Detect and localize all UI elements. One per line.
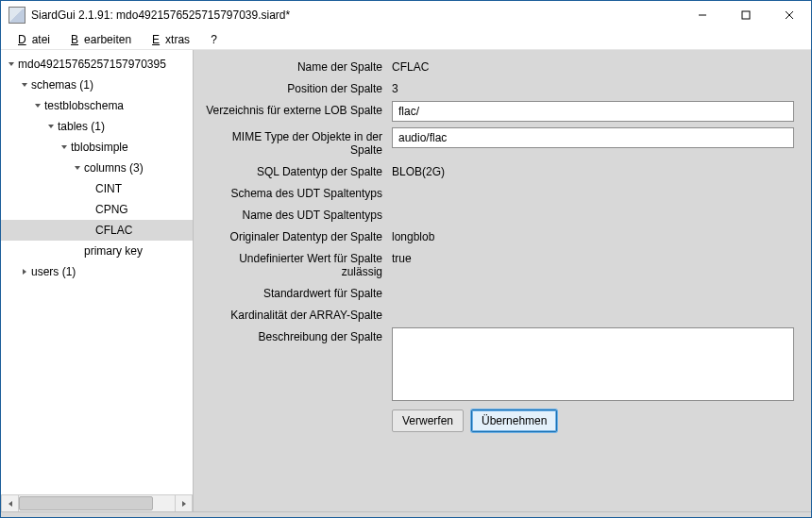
tree-node-col-cint[interactable]: CINT: [1, 178, 193, 199]
menu-edit[interactable]: Bearbeiten: [65, 31, 143, 48]
maximize-button[interactable]: [724, 1, 768, 29]
caret-down-icon: [46, 123, 56, 130]
value-origtype: longblob: [392, 227, 794, 243]
label-col-position: Position der Spalte: [197, 79, 392, 95]
caret-down-icon: [73, 164, 82, 172]
label-description: Beschreibung der Spalte: [197, 327, 392, 343]
value-col-position: 3: [392, 79, 794, 95]
tree-node-users[interactable]: users (1): [1, 261, 193, 282]
horizontal-scrollbar[interactable]: [1, 494, 193, 511]
apply-button[interactable]: Übernehmen: [471, 409, 557, 432]
label-nullable: Undefinierter Wert für Spalte zulässig: [197, 249, 392, 278]
tree[interactable]: mdo49215765257157970395 schemas (1) test…: [1, 50, 193, 494]
menu-extras[interactable]: Extras: [146, 31, 201, 48]
minimize-button[interactable]: [681, 1, 724, 29]
input-mime[interactable]: [392, 127, 794, 148]
label-udt-name: Name des UDT Spaltentyps: [197, 206, 392, 222]
value-udt-schema: [392, 184, 794, 187]
tree-node-tables[interactable]: tables (1): [1, 116, 193, 137]
value-cardinality: [392, 306, 794, 309]
label-default: Standardwert für Spalte: [197, 284, 392, 300]
label-cardinality: Kardinalität der ARRAY-Spalte: [197, 306, 392, 322]
caret-down-icon: [33, 102, 42, 109]
caret-down-icon: [7, 60, 16, 68]
scroll-track[interactable]: [19, 495, 175, 511]
tree-node-columns[interactable]: columns (3): [1, 158, 193, 178]
client-area: mdo49215765257157970395 schemas (1) test…: [1, 50, 811, 511]
menu-help[interactable]: ?: [205, 31, 223, 48]
discard-button[interactable]: Verwerfen: [392, 409, 464, 432]
menu-file[interactable]: Datei: [12, 31, 61, 48]
close-button[interactable]: [768, 1, 811, 29]
value-col-name: CFLAC: [392, 58, 794, 74]
value-sqltype: BLOB(2G): [392, 162, 794, 178]
label-col-name: Name der Spalte: [197, 58, 392, 74]
tree-node-col-cpng[interactable]: CPNG: [1, 199, 193, 220]
sidebar: mdo49215765257157970395 schemas (1) test…: [1, 50, 194, 511]
input-description[interactable]: [392, 327, 794, 401]
scroll-thumb[interactable]: [19, 496, 153, 510]
caret-right-icon: [20, 268, 29, 276]
menubar: Datei Bearbeiten Extras ?: [1, 29, 811, 50]
tree-node-col-cflac[interactable]: CFLAC: [1, 220, 193, 241]
label-sqltype: SQL Datentyp der Spalte: [197, 162, 392, 178]
tree-node-schema[interactable]: testblobschema: [1, 95, 193, 116]
label-lob-dir: Verzeichnis für externe LOB Spalte: [197, 101, 392, 117]
value-udt-name: [392, 206, 794, 209]
tree-node-root[interactable]: mdo49215765257157970395: [1, 54, 193, 75]
scroll-right-button[interactable]: [175, 495, 193, 511]
input-lob-dir[interactable]: [392, 101, 794, 122]
label-udt-schema: Schema des UDT Spaltentyps: [197, 184, 392, 200]
value-default: [392, 284, 794, 287]
tree-node-primarykey[interactable]: primary key: [1, 241, 193, 261]
titlebar: SiardGui 2.1.91: mdo4921576525715797039.…: [1, 1, 811, 29]
scroll-left-button[interactable]: [1, 495, 19, 511]
tree-node-table[interactable]: tblobsimple: [1, 137, 193, 158]
caret-down-icon: [20, 81, 29, 89]
app-icon: [8, 7, 25, 24]
svg-rect-0: [742, 11, 750, 19]
window-title: SiardGui 2.1.91: mdo4921576525715797039.…: [31, 8, 290, 22]
statusbar: [1, 511, 811, 517]
caret-down-icon: [59, 143, 69, 151]
tree-node-schemas[interactable]: schemas (1): [1, 75, 193, 95]
detail-panel: Name der SpalteCFLAC Position der Spalte…: [194, 50, 811, 511]
app-window: SiardGui 2.1.91: mdo4921576525715797039.…: [0, 0, 812, 518]
label-origtype: Originaler Datentyp der Spalte: [197, 227, 392, 243]
label-mime: MIME Type der Objekte in der Spalte: [197, 127, 392, 157]
value-nullable: true: [392, 249, 794, 265]
